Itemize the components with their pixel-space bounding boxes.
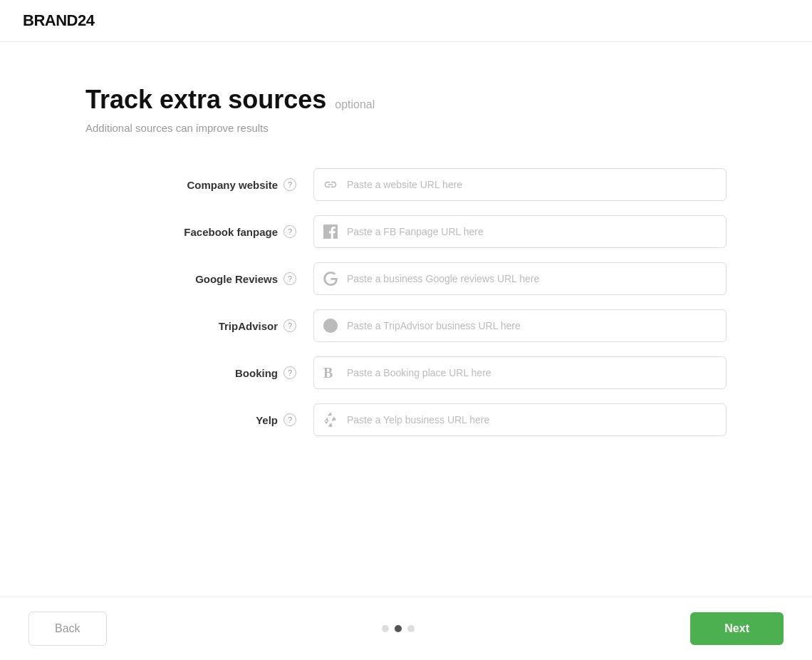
input-wrapper-booking: B <box>313 356 727 389</box>
label-group-tripadvisor: TripAdvisor ? <box>85 319 313 332</box>
form-row-tripadvisor: TripAdvisor ? <box>85 309 727 342</box>
label-yelp: Yelp <box>256 414 278 426</box>
label-group-facebook: Facebook fanpage ? <box>85 225 313 238</box>
help-icon-yelp[interactable]: ? <box>283 413 296 426</box>
help-icon-tripadvisor[interactable]: ? <box>283 319 296 332</box>
facebook-input[interactable] <box>313 215 727 248</box>
label-group-yelp: Yelp ? <box>85 413 313 426</box>
label-tripadvisor: TripAdvisor <box>219 320 278 332</box>
label-facebook: Facebook fanpage <box>184 226 278 238</box>
next-button[interactable]: Next <box>690 612 784 645</box>
yelp-input[interactable] <box>313 403 727 436</box>
tripadvisor-input[interactable] <box>313 309 727 342</box>
form-row-booking: Booking ? B <box>85 356 727 389</box>
label-booking: Booking <box>235 367 278 379</box>
help-icon-facebook[interactable]: ? <box>283 225 296 238</box>
input-wrapper-tripadvisor <box>313 309 727 342</box>
pagination-dots <box>382 625 415 632</box>
dot-1 <box>382 625 389 632</box>
google-reviews-input[interactable] <box>313 262 727 295</box>
form-section: Company website ? Facebook fanpage ? <box>85 168 727 450</box>
page-subtitle: Additional sources can improve results <box>85 122 727 134</box>
label-google: Google Reviews <box>195 273 278 285</box>
form-row-company-website: Company website ? <box>85 168 727 201</box>
dot-3 <box>407 625 415 632</box>
label-group-booking: Booking ? <box>85 366 313 379</box>
header: BRAND24 <box>0 0 812 42</box>
company-website-input[interactable] <box>313 168 727 201</box>
brand-logo: BRAND24 <box>23 11 94 30</box>
booking-input[interactable] <box>313 356 727 389</box>
help-icon-google[interactable]: ? <box>283 272 296 285</box>
main-content: Track extra sources optional Additional … <box>0 42 812 536</box>
label-company-website: Company website <box>187 179 278 191</box>
bottom-nav: Back Next <box>0 597 812 660</box>
help-icon-company-website[interactable]: ? <box>283 178 296 191</box>
title-row: Track extra sources optional <box>85 85 727 115</box>
input-wrapper-yelp <box>313 403 727 436</box>
label-group-google: Google Reviews ? <box>85 272 313 285</box>
page-title: Track extra sources <box>85 85 326 115</box>
help-icon-booking[interactable]: ? <box>283 366 296 379</box>
label-group-company-website: Company website ? <box>85 178 313 191</box>
optional-label: optional <box>335 98 375 111</box>
back-button[interactable]: Back <box>28 612 107 646</box>
input-wrapper-facebook <box>313 215 727 248</box>
input-wrapper-google <box>313 262 727 295</box>
form-row-google: Google Reviews ? <box>85 262 727 295</box>
dot-2 <box>395 625 402 632</box>
form-row-yelp: Yelp ? <box>85 403 727 436</box>
input-wrapper-company-website <box>313 168 727 201</box>
form-row-facebook: Facebook fanpage ? <box>85 215 727 248</box>
